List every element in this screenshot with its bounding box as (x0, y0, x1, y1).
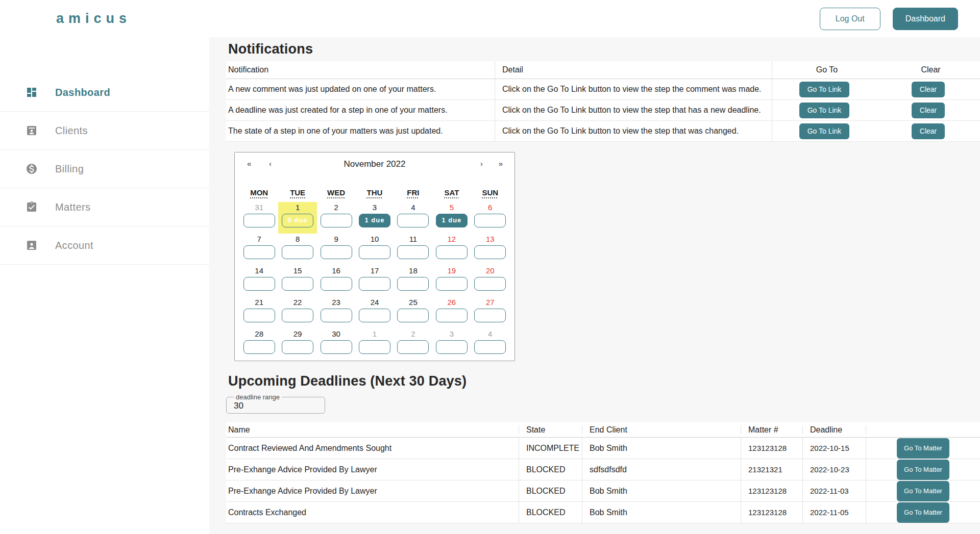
calendar-day-slot[interactable] (436, 277, 468, 291)
sidebar-item-matters[interactable]: Matters (0, 188, 209, 226)
calendar-day-slot[interactable] (359, 309, 390, 322)
calendar-day-slot[interactable] (474, 245, 506, 259)
calendar-day-slot[interactable] (397, 277, 429, 291)
calendar-day-slot[interactable] (474, 214, 506, 227)
dashboard-button[interactable]: Dashboard (893, 8, 958, 30)
calendar-day-slot[interactable] (321, 277, 352, 291)
calendar-day-slot[interactable] (321, 245, 352, 259)
calendar-day-cell: 23 (317, 297, 355, 328)
calendar-day-slot[interactable] (359, 340, 390, 354)
calendar-day-slot[interactable] (282, 277, 313, 291)
calendar-last-icon[interactable]: » (499, 159, 503, 168)
calendar-day-number: 2 (317, 202, 355, 212)
go-to-matter-button[interactable]: Go To Matter (897, 502, 949, 523)
deadline-end-client: Bob Smith (582, 502, 741, 523)
calendar-day-number: 7 (240, 234, 278, 244)
sidebar: Dashboard Clients Billing Matters Accoun… (0, 37, 209, 534)
calendar-day-cell: 13 (471, 234, 509, 265)
clear-button[interactable]: Clear (912, 123, 945, 139)
sidebar-item-account[interactable]: Account (0, 226, 209, 265)
calendar-day-slot[interactable] (243, 340, 275, 354)
col-header-goto: Go To (772, 65, 874, 74)
notifications-table: Notification Detail Go To Clear A new co… (226, 61, 980, 142)
calendar-day-slot[interactable] (359, 277, 390, 291)
calendar-day-slot[interactable] (243, 309, 275, 322)
calendar-day-slot[interactable] (243, 277, 275, 291)
clients-icon (26, 124, 38, 137)
calendar-day-number: 24 (355, 297, 394, 307)
go-to-link-button[interactable]: Go To Link (799, 82, 850, 97)
calendar-day-header: FRI (394, 188, 432, 197)
calendar-day-number: 14 (240, 266, 278, 275)
calendar-day-slot[interactable] (243, 214, 275, 227)
logout-button[interactable]: Log Out (820, 8, 880, 30)
deadline-row: Contracts Exchanged BLOCKED Bob Smith 12… (226, 502, 980, 523)
calendar-day-number: 11 (394, 234, 432, 244)
go-to-matter-button[interactable]: Go To Matter (897, 438, 949, 459)
calendar-day-slot[interactable] (321, 340, 352, 354)
calendar-day-cell: 30 (317, 328, 355, 360)
calendar-day-slot[interactable] (397, 245, 429, 259)
calendar-day-slot[interactable] (321, 309, 352, 322)
calendar-day-slot[interactable] (436, 245, 468, 259)
calendar-day-number: 6 (471, 202, 509, 212)
notification-text: The state of a step in one of your matte… (226, 121, 495, 141)
deadlines-title: Upcoming Deadlines (Next 30 Days) (228, 373, 980, 389)
calendar-day-slot[interactable] (282, 309, 313, 322)
sidebar-item-dashboard[interactable]: Dashboard (0, 73, 209, 112)
calendar-weeks: 31 1 0 due 2 3 1 due 4 5 1 due 6 7 8 9 1… (240, 202, 509, 360)
calendar-day-slot[interactable] (436, 309, 468, 322)
calendar-day-badge[interactable]: 0 due (282, 214, 313, 227)
calendar-day-slot[interactable] (282, 340, 313, 354)
go-to-matter-button[interactable]: Go To Matter (897, 460, 949, 480)
deadline-action-cell: Go To Matter (866, 502, 980, 523)
calendar-day-slot[interactable] (397, 340, 429, 354)
calendar-day-number: 5 (432, 202, 471, 212)
deadlines-rows: Contract Reviewed And Amendments Sought … (226, 438, 980, 523)
calendar-day-slot[interactable] (474, 340, 506, 354)
dashboard-icon (26, 86, 38, 98)
calendar-day-number: 3 (432, 329, 471, 339)
calendar-title: November 2022 (235, 159, 514, 169)
calendar-week: 31 1 0 due 2 3 1 due 4 5 1 due 6 (240, 202, 509, 234)
calendar-day-badge[interactable]: 1 due (436, 214, 468, 227)
calendar-day-slot[interactable] (474, 277, 506, 291)
calendar-day-number: 10 (355, 234, 394, 244)
sidebar-item-billing[interactable]: Billing (0, 150, 209, 188)
notification-row: The state of a step in one of your matte… (226, 121, 980, 142)
top-bar: amicus Log Out Dashboard (0, 0, 980, 37)
calendar-week: 7 8 9 10 11 12 13 (240, 234, 509, 265)
go-to-matter-button[interactable]: Go To Matter (897, 481, 949, 501)
calendar-day-header: SUN (471, 188, 509, 197)
calendar-day-badge[interactable]: 1 due (359, 214, 390, 227)
calendar-day-cell: 4 (394, 202, 432, 234)
notifications-section: Notifications Notification Detail Go To … (226, 41, 980, 142)
sidebar-item-clients[interactable]: Clients (0, 112, 209, 150)
calendar-day-cell: 12 (432, 234, 471, 265)
calendar-day-number: 4 (471, 329, 509, 339)
clear-button[interactable]: Clear (912, 103, 945, 118)
calendar: « ‹ November 2022 › » MONTUEWEDTHUFRISAT… (234, 152, 515, 361)
calendar-day-cell: 3 1 due (355, 202, 394, 234)
calendar-day-slot[interactable] (397, 309, 429, 322)
deadline-range-input[interactable] (231, 401, 312, 415)
calendar-nav: « ‹ November 2022 › » (235, 152, 514, 176)
calendar-day-slot[interactable] (397, 214, 429, 227)
calendar-day-cell: 4 (471, 328, 509, 360)
calendar-day-slot[interactable] (243, 245, 275, 259)
calendar-day-slot[interactable] (321, 214, 352, 227)
calendar-day-slot[interactable] (436, 340, 468, 354)
calendar-day-slot[interactable] (474, 309, 506, 322)
calendar-next-icon[interactable]: › (480, 159, 483, 168)
calendar-day-number: 1 (355, 329, 394, 339)
calendar-day-slot[interactable] (359, 245, 390, 259)
go-to-link-button[interactable]: Go To Link (799, 103, 850, 118)
calendar-day-slot[interactable] (282, 245, 313, 259)
calendar-day-number: 12 (432, 234, 471, 244)
calendar-day-number: 15 (278, 266, 316, 275)
clear-button[interactable]: Clear (912, 82, 945, 97)
deadline-name: Contracts Exchanged (226, 502, 519, 523)
deadline-state: BLOCKED (519, 502, 582, 523)
col-header-clear: Clear (874, 65, 980, 74)
go-to-link-button[interactable]: Go To Link (799, 123, 850, 139)
